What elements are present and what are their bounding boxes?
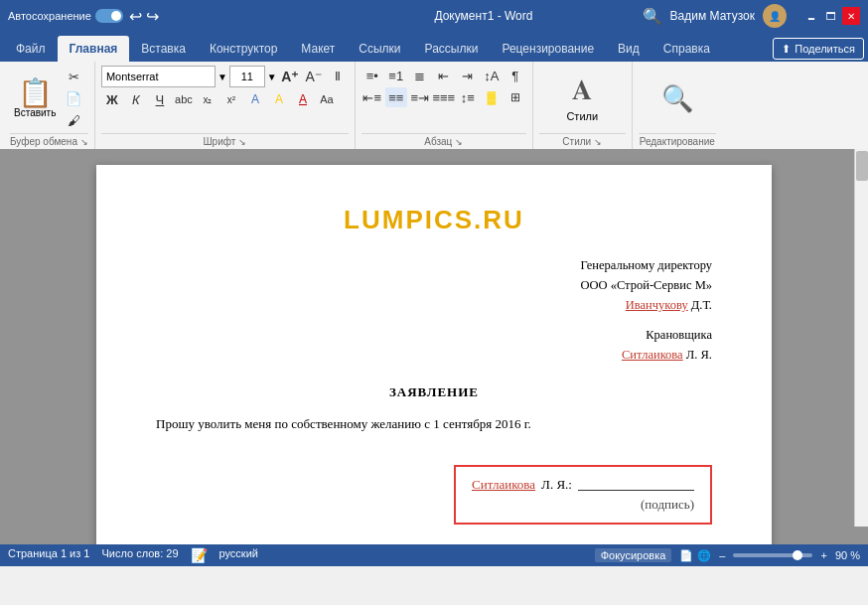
autosave-text: Автосохранение: [8, 10, 91, 22]
font-expand-icon[interactable]: ↘: [238, 137, 246, 147]
border-button[interactable]: ⊞: [505, 87, 526, 107]
clipboard-expand-icon[interactable]: ↘: [80, 137, 88, 147]
maximize-button[interactable]: 🗖: [822, 7, 840, 25]
search-icon[interactable]: 🔍: [643, 7, 662, 26]
cut-button[interactable]: ✂: [63, 67, 84, 86]
tab-insert[interactable]: Вставка: [129, 36, 198, 62]
scroll-thumb[interactable]: [856, 151, 868, 181]
clipboard-small-buttons: ✂ 📄 🖌: [63, 67, 84, 130]
para-row1: ≡• ≡1 ≣ ⇤ ⇥ ↕A ¶: [362, 66, 526, 85]
share-button[interactable]: ⬆Поделиться: [773, 38, 864, 60]
font-size-input[interactable]: [229, 66, 265, 87]
zoom-minus-button[interactable]: –: [719, 549, 725, 561]
sort-button[interactable]: ↕A: [481, 66, 503, 85]
show-marks-button[interactable]: ¶: [505, 66, 526, 85]
paragraph-label-text: Абзац: [424, 136, 452, 147]
font-color-button[interactable]: A: [292, 89, 314, 109]
ordered-list-button[interactable]: ≡1: [385, 66, 407, 85]
justify-button[interactable]: ≡≡≡: [433, 87, 455, 107]
align-right-button[interactable]: ≡⇥: [409, 87, 431, 107]
tab-mailings[interactable]: Рассылки: [413, 36, 491, 62]
editing-label: Редактирование: [639, 133, 716, 147]
editing-label-text: Редактирование: [640, 136, 715, 147]
paragraph-label: Абзац ↘: [362, 133, 526, 147]
increase-font-button[interactable]: A⁺: [279, 67, 301, 86]
signature-area: Ситлаикова Л. Я.: (подпись): [156, 465, 712, 525]
statusbar: Страница 1 из 1 Число слов: 29 📝 русский…: [0, 544, 868, 566]
signature-line: Ситлаикова Л. Я.:: [472, 477, 694, 493]
address-line5-name: Ситлаикова: [622, 348, 683, 362]
document-logo: LUMPICS.RU: [156, 205, 712, 235]
tab-home[interactable]: Главная: [58, 36, 130, 62]
editing-icon[interactable]: 🔍: [661, 83, 693, 114]
copy-button[interactable]: 📄: [63, 88, 84, 108]
statusbar-right: Фокусировка 📄 🌐 – + 90 %: [595, 548, 860, 562]
align-center-button[interactable]: ≡≡: [385, 87, 407, 107]
change-case-button[interactable]: Аа: [316, 89, 338, 109]
view-print-icon[interactable]: 📄: [679, 549, 693, 562]
font-size-dropdown-icon[interactable]: ▼: [267, 72, 277, 82]
minimize-button[interactable]: 🗕: [802, 7, 820, 25]
multilevel-list-button[interactable]: ≣: [409, 66, 431, 85]
tab-help[interactable]: Справка: [651, 36, 722, 62]
font-row2: Ж К Ч abc x₂ x² A A A Аа: [101, 89, 338, 109]
tab-layout[interactable]: Макет: [289, 36, 347, 62]
bold-button[interactable]: Ж: [101, 89, 123, 109]
address-line5: Ситлаикова Л. Я.: [156, 345, 712, 365]
undo-icon[interactable]: ↩: [129, 7, 142, 26]
highlight-button[interactable]: A: [268, 89, 290, 109]
fill-color-button[interactable]: ▓: [481, 87, 503, 107]
decrease-font-button[interactable]: A⁻: [303, 67, 325, 86]
doc-title: Документ1 - Word: [325, 9, 642, 23]
paragraph-expand-icon[interactable]: ↘: [455, 137, 463, 147]
tab-file[interactable]: Файл: [4, 36, 58, 62]
styles-label-inline: Стили: [566, 110, 598, 122]
view-web-icon[interactable]: 🌐: [697, 549, 711, 562]
align-left-button[interactable]: ⇤≡: [362, 87, 383, 107]
styles-label: Стили ↘: [539, 133, 626, 147]
paragraph-content: ≡• ≡1 ≣ ⇤ ⇥ ↕A ¶ ⇤≡ ≡≡ ≡⇥ ≡≡≡ ↕≡ ▓ ⊞: [362, 66, 526, 131]
tab-view[interactable]: Вид: [606, 36, 651, 62]
autosave-label: Автосохранение: [8, 9, 123, 23]
tab-review[interactable]: Рецензирование: [490, 36, 606, 62]
zoom-thumb: [793, 550, 802, 560]
font-name-input[interactable]: [101, 66, 216, 87]
page-wrapper: LUMPICS.RU Генеральному директору ООО «С…: [0, 149, 868, 544]
font-name-dropdown-icon[interactable]: ▼: [217, 72, 227, 82]
increase-indent-button[interactable]: ⇥: [457, 66, 479, 85]
redo-icon[interactable]: ↪: [146, 7, 159, 26]
format-painter-button[interactable]: 🖌: [63, 110, 84, 130]
paste-button[interactable]: 📋 Вставить: [10, 77, 60, 120]
para-row2: ⇤≡ ≡≡ ≡⇥ ≡≡≡ ↕≡ ▓ ⊞: [362, 87, 526, 107]
line-spacing-button[interactable]: ↕≡: [457, 87, 479, 107]
strikethrough-button[interactable]: abc: [173, 89, 195, 109]
word-count: Число слов: 29: [101, 547, 178, 563]
doc-title-text: Документ1 - Word: [434, 9, 532, 23]
editing-content: 🔍: [639, 66, 716, 131]
spell-check-icon[interactable]: 📝: [191, 547, 208, 563]
decrease-indent-button[interactable]: ⇤: [433, 66, 455, 85]
autosave-toggle[interactable]: [95, 9, 123, 23]
subscript-button[interactable]: x₂: [197, 89, 218, 109]
styles-expand-icon[interactable]: ↘: [594, 137, 602, 147]
avatar: 👤: [763, 4, 787, 28]
address-line3-rest: Д.Т.: [688, 298, 712, 312]
underline-button[interactable]: Ч: [149, 89, 171, 109]
unordered-list-button[interactable]: ≡•: [362, 66, 383, 85]
superscript-button[interactable]: x²: [220, 89, 242, 109]
clipboard-content: 📋 Вставить ✂ 📄 🖌: [10, 66, 88, 131]
clear-format-button[interactable]: Ⅱ: [327, 67, 349, 86]
focus-button[interactable]: Фокусировка: [595, 548, 672, 562]
zoom-plus-button[interactable]: +: [820, 549, 826, 561]
zoom-slider[interactable]: [733, 553, 812, 557]
scrollbar-right[interactable]: [854, 149, 868, 527]
share-label: Поделиться: [795, 43, 855, 55]
address-line3: Иванчукову Д.Т.: [156, 295, 712, 315]
address-line1: Генеральному директору: [156, 255, 712, 275]
close-button[interactable]: ✕: [842, 7, 860, 25]
italic-button[interactable]: К: [125, 89, 147, 109]
text-effects-button[interactable]: A: [244, 89, 266, 109]
tab-links[interactable]: Ссылки: [347, 36, 412, 62]
tab-constructor[interactable]: Конструктор: [198, 36, 289, 62]
styles-icon[interactable]: 𝐀: [572, 75, 592, 107]
